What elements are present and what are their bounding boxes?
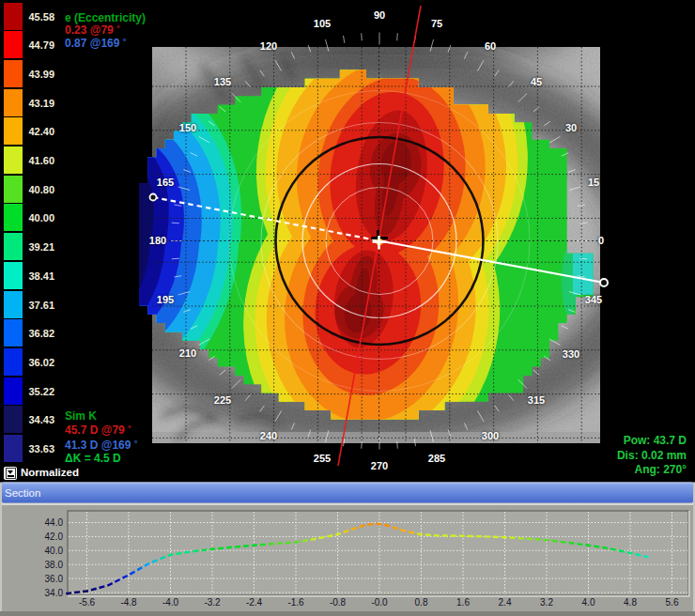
svg-text:-5.6: -5.6 xyxy=(79,597,96,608)
svg-text:105: 105 xyxy=(314,18,331,29)
svg-text:225: 225 xyxy=(214,394,231,406)
svg-text:345: 345 xyxy=(585,294,602,305)
svg-text:180: 180 xyxy=(149,235,166,246)
svg-text:195: 195 xyxy=(157,294,174,305)
svg-text:0.8: 0.8 xyxy=(415,597,428,608)
svg-text:4.8: 4.8 xyxy=(624,597,637,608)
svg-text:-2.4: -2.4 xyxy=(246,597,263,608)
svg-text:240: 240 xyxy=(260,430,277,441)
svg-text:1.6: 1.6 xyxy=(456,597,470,608)
svg-text:42.0: 42.0 xyxy=(45,531,64,542)
svg-text:300: 300 xyxy=(482,430,499,441)
svg-text:60: 60 xyxy=(485,40,496,52)
svg-text:285: 285 xyxy=(428,453,445,464)
svg-text:-0.0: -0.0 xyxy=(371,597,388,608)
svg-text:30: 30 xyxy=(565,122,577,133)
svg-text:36.0: 36.0 xyxy=(45,574,64,584)
svg-text:-4.0: -4.0 xyxy=(162,597,179,608)
svg-text:15: 15 xyxy=(588,177,599,188)
svg-text:315: 315 xyxy=(528,394,545,406)
svg-text:270: 270 xyxy=(371,460,388,471)
svg-text:0: 0 xyxy=(598,235,604,246)
svg-text:210: 210 xyxy=(179,347,196,359)
svg-text:75: 75 xyxy=(431,18,442,29)
svg-text:4.0: 4.0 xyxy=(582,597,595,608)
svg-text:150: 150 xyxy=(179,122,196,133)
svg-text:165: 165 xyxy=(157,177,174,188)
svg-text:2.4: 2.4 xyxy=(499,597,512,608)
svg-text:5.6: 5.6 xyxy=(666,597,679,608)
svg-text:-3.2: -3.2 xyxy=(204,597,221,608)
svg-text:3.2: 3.2 xyxy=(540,597,553,608)
svg-text:330: 330 xyxy=(563,348,579,360)
svg-text:45: 45 xyxy=(531,76,542,87)
svg-text:44.0: 44.0 xyxy=(45,517,64,528)
svg-text:34.0: 34.0 xyxy=(45,588,64,598)
svg-text:135: 135 xyxy=(214,76,231,87)
svg-text:40.0: 40.0 xyxy=(45,546,64,556)
svg-text:120: 120 xyxy=(260,40,277,52)
svg-text:255: 255 xyxy=(314,453,331,464)
svg-text:-1.6: -1.6 xyxy=(287,597,304,608)
svg-text:-4.8: -4.8 xyxy=(120,597,137,608)
svg-text:Section: Section xyxy=(5,487,40,499)
svg-text:38.0: 38.0 xyxy=(45,560,64,570)
svg-text:90: 90 xyxy=(374,9,385,21)
svg-text:-0.8: -0.8 xyxy=(330,597,347,608)
